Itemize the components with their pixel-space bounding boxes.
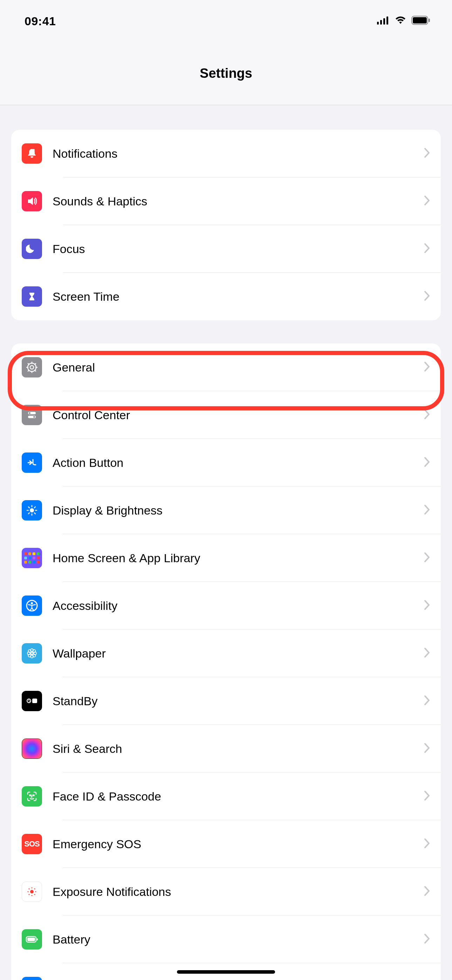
battery-icon (411, 16, 431, 26)
svg-rect-2 (383, 18, 385, 24)
svg-line-27 (29, 507, 29, 508)
svg-point-49 (32, 895, 33, 896)
battery-icon (22, 929, 42, 950)
faceid-icon (22, 786, 42, 807)
row-label: Siri & Search (53, 742, 424, 756)
settings-row-home-screen[interactable]: Home Screen & App Library (11, 534, 441, 582)
svg-rect-3 (387, 16, 388, 24)
svg-rect-5 (413, 17, 427, 24)
svg-line-28 (34, 513, 35, 514)
moon-icon (22, 239, 42, 259)
sun-icon (22, 500, 42, 520)
svg-point-53 (34, 889, 35, 889)
chevron-right-icon (424, 838, 430, 850)
svg-line-17 (35, 363, 36, 364)
svg-point-22 (30, 508, 34, 512)
svg-point-50 (28, 891, 29, 892)
settings-row-general[interactable]: General (11, 344, 441, 391)
svg-line-30 (34, 507, 35, 508)
row-label: Focus (53, 242, 424, 256)
row-label: Action Button (53, 456, 424, 470)
settings-row-screen-time[interactable]: Screen Time (11, 273, 441, 320)
svg-rect-58 (37, 938, 38, 940)
svg-line-15 (35, 370, 36, 371)
chevron-right-icon (424, 457, 430, 469)
exposure-icon (22, 881, 42, 902)
svg-rect-6 (428, 19, 430, 22)
page-title: Settings (200, 66, 252, 81)
home-indicator[interactable] (177, 970, 275, 974)
svg-point-32 (31, 602, 33, 604)
settings-group: General Control Center Action Button D (11, 344, 441, 980)
siri-icon (22, 738, 42, 759)
bell-icon (22, 143, 42, 164)
chevron-right-icon (424, 648, 430, 659)
settings-row-focus[interactable]: Focus (11, 225, 441, 273)
row-label: Notifications (53, 147, 424, 161)
settings-row-notifications[interactable]: Notifications (11, 130, 441, 177)
chevron-right-icon (424, 291, 430, 302)
svg-point-54 (29, 894, 30, 895)
svg-line-16 (28, 370, 29, 371)
settings-row-wallpaper[interactable]: Wallpaper (11, 630, 441, 677)
hand-icon (22, 977, 42, 980)
chevron-right-icon (424, 743, 430, 755)
row-label: Emergency SOS (53, 837, 424, 851)
grid-icon (22, 548, 42, 568)
settings-row-action-button[interactable]: Action Button (11, 439, 441, 487)
svg-rect-1 (380, 20, 382, 24)
svg-rect-44 (32, 698, 37, 703)
svg-line-14 (28, 363, 29, 364)
row-label: StandBy (53, 694, 424, 708)
settings-row-battery[interactable]: Battery (11, 915, 441, 963)
action-icon (22, 452, 42, 473)
header: Settings (0, 42, 452, 105)
row-label: Display & Brightness (53, 504, 424, 517)
row-label: Wallpaper (53, 647, 424, 660)
settings-row-standby[interactable]: StandBy (11, 677, 441, 725)
row-label: Home Screen & App Library (53, 551, 424, 565)
svg-point-51 (35, 891, 37, 892)
settings-row-emergency-sos[interactable]: SOS Emergency SOS (11, 820, 441, 868)
chevron-right-icon (424, 195, 430, 207)
settings-row-accessibility[interactable]: Accessibility (11, 582, 441, 630)
hourglass-icon (22, 286, 42, 307)
row-label: Sounds & Haptics (53, 194, 424, 208)
speaker-icon (22, 191, 42, 212)
row-label: Control Center (53, 408, 424, 422)
gear-icon (22, 357, 42, 377)
status-time: 09:41 (24, 14, 56, 28)
chevron-right-icon (424, 148, 430, 159)
svg-line-29 (29, 513, 29, 514)
row-label: Exposure Notifications (53, 885, 424, 899)
settings-row-sounds-haptics[interactable]: Sounds & Haptics (11, 177, 441, 225)
chevron-right-icon (424, 600, 430, 612)
wifi-icon (395, 16, 406, 26)
svg-point-7 (33, 149, 35, 151)
chevron-right-icon (424, 243, 430, 255)
sos-icon: SOS (22, 834, 42, 854)
chevron-right-icon (424, 409, 430, 421)
chevron-right-icon (424, 361, 430, 373)
settings-row-siri-search[interactable]: Siri & Search (11, 725, 441, 773)
settings-row-face-id[interactable]: Face ID & Passcode (11, 773, 441, 820)
svg-point-21 (33, 416, 35, 418)
chevron-right-icon (424, 695, 430, 707)
cellular-icon (377, 16, 390, 26)
svg-point-9 (30, 366, 33, 369)
chevron-right-icon (424, 886, 430, 897)
svg-point-45 (30, 795, 31, 796)
row-label: Accessibility (53, 599, 424, 612)
row-label: Battery (53, 933, 424, 947)
flower-icon (22, 643, 42, 663)
settings-row-exposure-notifications[interactable]: Exposure Notifications (11, 868, 441, 915)
settings-list[interactable]: Notifications Sounds & Haptics Focus S (0, 130, 452, 980)
settings-group: Notifications Sounds & Haptics Focus S (11, 130, 441, 320)
chevron-right-icon (424, 504, 430, 516)
svg-point-46 (33, 795, 34, 796)
settings-row-control-center[interactable]: Control Center (11, 391, 441, 439)
person-circle-icon (22, 595, 42, 616)
settings-row-display-brightness[interactable]: Display & Brightness (11, 487, 441, 534)
chevron-right-icon (424, 552, 430, 564)
svg-rect-0 (377, 22, 379, 24)
